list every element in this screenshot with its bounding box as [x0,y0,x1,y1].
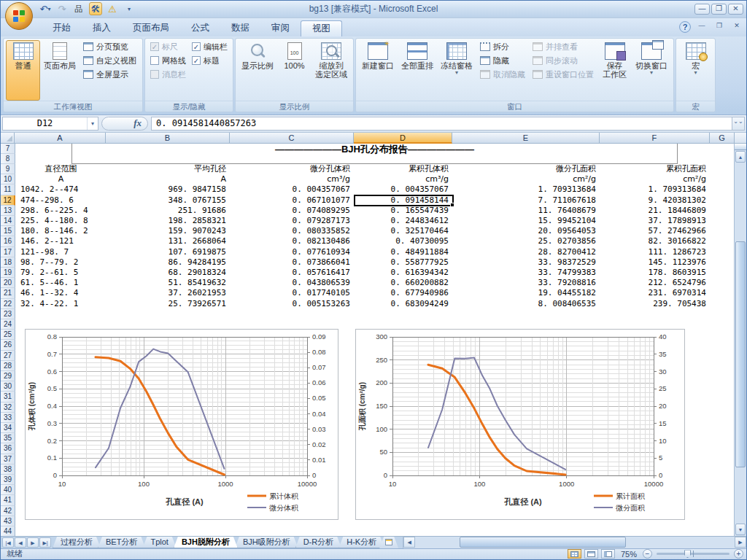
cell-A22[interactable]: 32. 4--22. 1 [15,299,107,309]
cell-E15[interactable]: 20. 09564053 [453,226,600,236]
cell-A13[interactable]: 298. 6--225. 4 [15,206,107,216]
cell-C18[interactable]: 0. 073866041 [231,257,355,268]
close-button[interactable]: ✕ [728,4,743,15]
cell-F21[interactable]: 231. 6970314 [600,288,711,298]
cell-C10[interactable]: cm³/g [231,174,355,184]
page-layout-view-button[interactable] [584,549,598,559]
row-header-11[interactable]: 11 [1,184,15,195]
insert-worksheet-tab[interactable] [379,537,398,548]
row-header-28[interactable]: 28 [1,361,15,371]
button-页面布局[interactable]: 页面布局 [40,40,80,101]
row-header-35[interactable]: 35 [1,433,15,443]
cell-C15[interactable]: 0. 080335852 [231,226,355,236]
cell-F17[interactable]: 111. 1286723 [600,247,711,257]
row-header-15[interactable]: 15 [1,226,15,236]
cell-A21[interactable]: 46. 1--32. 4 [15,288,107,298]
cell-D17[interactable]: 0. 484911884 [355,247,453,257]
row-header-22[interactable]: 22 [1,299,15,309]
row-header-13[interactable]: 13 [1,206,15,216]
cell-D18[interactable]: 0. 558777925 [355,257,453,268]
cell-D13[interactable]: 0. 165547439 [355,206,453,216]
button-缩放到选定区域[interactable]: 缩放到选定区域 [311,40,351,101]
zoom-in-icon[interactable]: + [734,549,743,559]
ribbon-tab-插入[interactable]: 插入 [82,20,122,36]
cell-E9[interactable]: 微分孔面积 [453,164,600,174]
row-header-43[interactable]: 43 [1,516,15,526]
cell-C9[interactable]: 微分孔体积 [231,164,355,174]
redo-icon[interactable]: ↷ [55,2,69,15]
cell-B9[interactable]: 平均孔径 [107,164,231,174]
row-header-16[interactable]: 16 [1,236,15,246]
cell-A10[interactable]: A [15,174,107,184]
row-header-25[interactable]: 25 [1,330,15,340]
button-新建窗口[interactable]: 新建窗口 [358,40,398,101]
cell-F12[interactable]: 9. 420381302 [600,195,711,206]
checkbox-消息栏[interactable]: 消息栏 [149,69,187,81]
cell-E10[interactable]: cm²/g [453,174,600,184]
row-header-10[interactable]: 10 [1,174,15,184]
scroll-left-icon[interactable]: ◀ [403,537,415,548]
cell-B19[interactable]: 68. 29018324 [107,268,231,278]
cell-F18[interactable]: 145. 1123976 [600,257,711,268]
cell-E17[interactable]: 28. 82700412 [453,247,600,257]
column-header-C[interactable]: C [230,133,354,144]
cell-F14[interactable]: 37. 17898913 [600,216,711,226]
restore-button[interactable]: ❐ [711,4,727,15]
cell-B16[interactable]: 131. 2668064 [107,236,231,246]
cell-E14[interactable]: 15. 99452104 [453,216,600,226]
button-取消隐藏[interactable]: 取消隐藏 [478,69,527,81]
cell-E12[interactable]: 7. 711067618 [453,195,600,206]
row-header-14[interactable]: 14 [1,216,15,226]
row-header-37[interactable]: 37 [1,454,15,464]
row-header-42[interactable]: 42 [1,506,15,516]
ribbon-tab-审阅[interactable]: 审阅 [260,20,301,36]
cell-C19[interactable]: 0. 057616417 [231,268,355,278]
row-header-40[interactable]: 40 [1,485,15,495]
cell-E18[interactable]: 33. 98372529 [453,257,600,268]
column-header-D[interactable]: D [354,133,452,144]
horizontal-scroll-thumb[interactable] [460,537,626,548]
row-header-39[interactable]: 39 [1,475,15,485]
button-重设窗口位置[interactable]: 重设窗口位置 [530,69,596,81]
expand-formula-bar-icon[interactable]: ⌄⌄ [732,117,745,131]
checkbox-标尺[interactable]: ✓标尺 [149,41,187,53]
cell-D14[interactable]: 0. 244834612 [355,216,453,226]
zoom-out-icon[interactable]: − [643,549,652,559]
button-显示比例[interactable]: 显示比例 [238,40,277,101]
column-header-E[interactable]: E [452,133,600,144]
cell-A12[interactable]: 474--298. 6 [15,195,107,206]
horizontal-scrollbar[interactable]: ◀ ▶ [403,537,746,548]
cell-F11[interactable]: 1. 709313684 [600,184,711,195]
button-切换窗口[interactable]: 切换窗口▾ [632,40,671,101]
sheet-tab-BJH吸附分析[interactable]: BJH吸附分析 [235,537,298,548]
row-header-19[interactable]: 19 [1,268,15,278]
workbook-minimize-button[interactable]: — [695,22,708,31]
button-冻结窗格[interactable]: 冻结窗格▾ [437,40,476,101]
office-button[interactable] [5,2,33,30]
cell-D11[interactable]: 0. 004357067 [355,184,453,195]
cell-B10[interactable]: A [107,174,231,184]
button-普通[interactable]: 普通 [6,40,40,101]
cell-F15[interactable]: 57. 27462966 [600,226,711,236]
cell-F19[interactable]: 178. 8603915 [600,268,711,278]
cell-B20[interactable]: 51. 85419632 [107,278,231,288]
cell-D19[interactable]: 0. 616394342 [355,268,453,278]
column-header-B[interactable]: B [106,133,230,144]
cell-F22[interactable]: 239. 705438 [600,299,711,309]
ribbon-tab-页面布局[interactable]: 页面布局 [122,20,180,36]
cell-D22[interactable]: 0. 683094249 [355,299,453,309]
button-同步滚动[interactable]: 同步滚动 [530,55,596,67]
qat-customize-icon[interactable]: ▾ [123,2,136,15]
row-header-32[interactable]: 32 [1,402,15,413]
row-header-8[interactable]: 8 [1,154,15,164]
horizontal-scroll-track[interactable] [415,537,735,548]
checkbox-网格线[interactable]: 网格线 [149,55,187,67]
cell-E22[interactable]: 8. 008406535 [453,299,600,309]
cell-D16[interactable]: 0. 40730095 [355,236,453,246]
row-header-33[interactable]: 33 [1,413,15,423]
button-隐藏[interactable]: 隐藏 [478,55,527,67]
cell-A14[interactable]: 225. 4--180. 8 [15,216,107,226]
row-header-29[interactable]: 29 [1,371,15,381]
zoom-slider[interactable] [657,553,729,555]
button-宏[interactable]: 宏▾ [678,40,713,101]
